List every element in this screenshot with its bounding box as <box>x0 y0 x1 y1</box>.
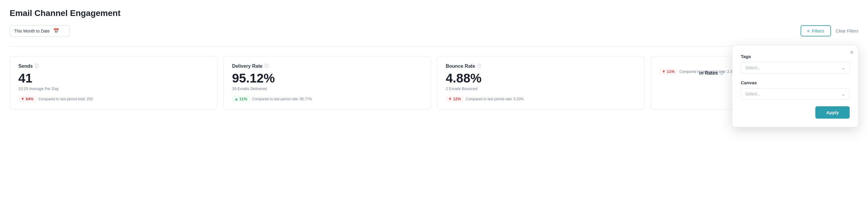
top-bar-right: ≡ Filters Clear Filters <box>801 25 858 36</box>
filter-tags-placeholder: Select... <box>745 65 761 70</box>
filter-canvas-select[interactable]: Select... ⌄ <box>741 88 850 100</box>
metric-header-sends: Sends ⓘ <box>18 63 209 69</box>
metric-value-sends: 41 <box>18 72 209 85</box>
filter-panel: × Tags Select... ⌄ Canvas Select... ⌄ Ap… <box>732 45 858 128</box>
filters-label: Filters <box>812 28 825 33</box>
top-bar: This Month to Date 📅 ≡ Filters Clear Fil… <box>10 25 858 36</box>
metric-header-bounce: Bounce Rate ⓘ <box>446 63 636 69</box>
delivery-info-icon[interactable]: ⓘ <box>265 63 269 69</box>
calendar-icon: 📅 <box>53 28 59 34</box>
filter-apply-row: Apply <box>741 106 850 119</box>
metric-card-sends: Sends ⓘ 41 10.25 Average Per Day ▼ 84% C… <box>10 56 217 110</box>
metric-header-delivery: Delivery Rate ⓘ <box>232 63 423 69</box>
metric-comparison-sends: ▼ 84% Compared to last period total: 253 <box>18 96 209 102</box>
sends-info-icon[interactable]: ⓘ <box>35 63 39 69</box>
filters-icon: ≡ <box>807 29 810 33</box>
in-rates-area: in Rates ⓘ <box>699 71 724 76</box>
metric-card-delivery-rate: Delivery Rate ⓘ 95.12% 39 Emails Deliver… <box>223 56 431 110</box>
comparison-text-sends: Compared to last period total: 253 <box>38 97 93 101</box>
date-picker[interactable]: This Month to Date 📅 <box>10 25 70 36</box>
in-rates-label: in Rates <box>699 71 718 76</box>
badge-4: ▼ 11% <box>659 68 677 75</box>
filter-canvas-label: Canvas <box>741 80 850 85</box>
comparison-text-delivery: Compared to last period rate: 85.77% <box>252 97 312 101</box>
metric-title-delivery: Delivery Rate <box>232 63 262 69</box>
metric-card-bounce-rate: Bounce Rate ⓘ 4.88% 2 Emails Bounced ▼ 1… <box>437 56 645 110</box>
badge-sends: ▼ 84% <box>18 96 36 102</box>
filter-tags-label: Tags <box>741 54 850 59</box>
metric-comparison-delivery: ▲ 11% Compared to last period rate: 85.7… <box>232 96 423 102</box>
bounce-info-icon[interactable]: ⓘ <box>477 63 481 69</box>
metric-title-sends: Sends <box>18 63 33 69</box>
filter-canvas-section: Canvas Select... ⌄ <box>741 80 850 100</box>
metrics-row: Sends ⓘ 41 10.25 Average Per Day ▼ 84% C… <box>10 56 858 110</box>
apply-button[interactable]: Apply <box>815 106 850 119</box>
metric-title-bounce: Bounce Rate <box>446 63 475 69</box>
in-rates-info-icon[interactable]: ⓘ <box>719 71 724 76</box>
page-title: Email Channel Engagement <box>10 8 858 18</box>
metric-subtitle-delivery: 39 Emails Delivered <box>232 86 423 91</box>
filter-tags-select[interactable]: Select... ⌄ <box>741 62 850 74</box>
metric-comparison-bounce: ▼ 12% Compared to last period rate: 5.53… <box>446 96 636 102</box>
metric-value-delivery: 95.12% <box>232 72 423 85</box>
tags-chevron-icon: ⌄ <box>841 65 845 70</box>
comparison-text-bounce: Compared to last period rate: 5.53% <box>466 97 524 101</box>
filter-tags-section: Tags Select... ⌄ <box>741 54 850 74</box>
canvas-chevron-icon: ⌄ <box>841 91 845 96</box>
clear-filters-button[interactable]: Clear Filters <box>836 29 858 33</box>
date-picker-label: This Month to Date <box>14 29 50 33</box>
metric-value-bounce: 4.88% <box>446 72 636 85</box>
badge-bounce: ▼ 12% <box>446 96 463 102</box>
filters-button[interactable]: ≡ Filters <box>801 25 831 36</box>
filter-close-button[interactable]: × <box>850 50 853 55</box>
metric-subtitle-bounce: 2 Emails Bounced <box>446 86 636 91</box>
metric-subtitle-sends: 10.25 Average Per Day <box>18 86 209 91</box>
badge-delivery: ▲ 11% <box>232 96 250 102</box>
filter-canvas-placeholder: Select... <box>745 91 761 96</box>
